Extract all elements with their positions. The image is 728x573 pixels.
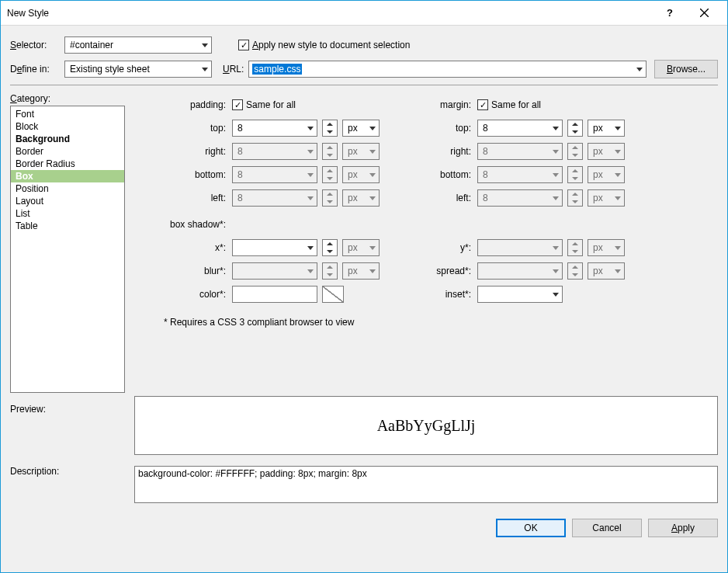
- apply-button[interactable]: Apply: [648, 519, 718, 537]
- cancel-button[interactable]: Cancel: [572, 519, 642, 537]
- shadow-spinner: [567, 239, 583, 256]
- spinner-up-icon: [568, 190, 582, 198]
- category-item[interactable]: Font: [11, 108, 124, 120]
- chevron-down-icon: [615, 127, 621, 130]
- chevron-down-icon: [369, 173, 376, 177]
- margin-group: margin: ✓ Same for all top:8pxright:8pxb…: [398, 93, 625, 306]
- spinner-up-icon: [568, 263, 582, 271]
- margin-spinner[interactable]: [567, 120, 583, 137]
- margin-label: bottom:: [398, 169, 473, 180]
- padding-value-combo: 8: [232, 143, 317, 160]
- spinner-down-icon: [323, 271, 337, 279]
- selector-label: Selector:: [10, 40, 60, 50]
- apply-to-selection-checkbox[interactable]: ✓ Apply new style to document selection: [238, 40, 410, 50]
- padding-unit-combo[interactable]: px: [342, 120, 380, 137]
- shadow-label: y*:: [398, 242, 473, 253]
- shadow-label: blur*:: [153, 266, 227, 276]
- description-text: background-color: #FFFFFF; padding: 8px;…: [138, 468, 367, 479]
- define-in-label: Define in:: [10, 64, 60, 75]
- margin-label: left:: [398, 193, 473, 203]
- spinner-up-icon: [323, 263, 337, 271]
- padding-unit-combo: px: [342, 189, 380, 207]
- padding-unit-combo: px: [342, 143, 380, 160]
- url-combo[interactable]: sample.css: [248, 61, 647, 78]
- chevron-down-icon: [553, 173, 559, 177]
- chevron-down-icon: [615, 150, 621, 154]
- separator: [10, 85, 718, 85]
- shadow-unit-combo: px: [588, 239, 625, 256]
- shadow-value-combo[interactable]: [232, 239, 317, 256]
- selector-combo[interactable]: #container: [64, 36, 212, 54]
- padding-value-combo: 8: [232, 189, 317, 207]
- define-in-combo[interactable]: Existing style sheet: [64, 61, 212, 78]
- category-list[interactable]: FontBlockBackgroundBorderBorder RadiusBo…: [10, 106, 125, 393]
- spinner-up-icon: [323, 190, 337, 198]
- chevron-down-icon: [369, 269, 376, 273]
- shadow-label: x*:: [153, 242, 227, 253]
- category-item[interactable]: Block: [11, 120, 124, 133]
- shadow-spinner: [567, 262, 583, 280]
- padding-label: left:: [153, 193, 227, 203]
- spinner-down-icon: [323, 151, 337, 159]
- spinner-up-icon: [323, 167, 337, 175]
- padding-unit-combo: px: [342, 166, 380, 183]
- chevron-down-icon: [369, 196, 376, 200]
- padding-spinner: [322, 143, 338, 160]
- padding-value-combo[interactable]: 8: [232, 120, 317, 137]
- category-item[interactable]: Position: [11, 182, 124, 195]
- inset-label: inset*:: [398, 289, 473, 300]
- shadow-inset-combo[interactable]: [477, 286, 563, 303]
- spinner-down-icon: [323, 175, 337, 182]
- spinner-up-icon: [568, 167, 582, 175]
- box-shadow-label: box shadow*:: [153, 219, 227, 230]
- chevron-down-icon: [636, 68, 643, 71]
- chevron-down-icon: [369, 150, 376, 154]
- help-button[interactable]: ?: [653, 2, 687, 25]
- titlebar: New Style ?: [1, 1, 727, 26]
- css3-footnote: * Requires a CSS 3 compliant browser to …: [164, 317, 718, 328]
- chevron-down-icon: [369, 246, 376, 250]
- margin-same-for-all-checkbox[interactable]: ✓ Same for all: [477, 99, 541, 110]
- close-icon: [700, 9, 709, 17]
- spinner-up-icon: [323, 120, 337, 128]
- padding-label: padding:: [153, 99, 227, 110]
- category-label: Category:: [10, 93, 125, 104]
- spinner-up-icon: [323, 144, 337, 151]
- padding-spinner[interactable]: [322, 120, 338, 137]
- spinner-up-icon: [568, 144, 582, 151]
- category-item[interactable]: Layout: [11, 195, 124, 207]
- category-item[interactable]: Background: [11, 133, 124, 145]
- category-item[interactable]: Border: [11, 145, 124, 158]
- ok-button[interactable]: OK: [496, 519, 566, 537]
- padding-same-for-all-checkbox[interactable]: ✓ Same for all: [232, 99, 296, 110]
- description-box: background-color: #FFFFFF; padding: 8px;…: [134, 466, 718, 503]
- chevron-down-icon: [307, 246, 314, 250]
- browse-button[interactable]: Browse...: [654, 60, 718, 78]
- preview-label: Preview:: [10, 404, 125, 415]
- close-button[interactable]: [687, 2, 721, 25]
- margin-label: margin:: [398, 99, 473, 110]
- new-style-dialog: New Style ? Selector: #container ✓ Apply…: [0, 0, 728, 573]
- margin-unit-combo: px: [588, 189, 625, 207]
- padding-group: padding: ✓ Same for all top:8pxright:8px…: [153, 93, 380, 306]
- margin-label: top:: [398, 123, 473, 134]
- category-item[interactable]: Border Radius: [11, 158, 124, 170]
- color-swatch-empty: [322, 286, 344, 303]
- chevron-down-icon: [307, 196, 314, 200]
- spinner-up-icon: [568, 240, 582, 248]
- shadow-spinner[interactable]: [322, 239, 338, 256]
- category-item[interactable]: List: [11, 207, 124, 220]
- spinner-up-icon: [568, 120, 582, 128]
- shadow-color-combo[interactable]: [232, 286, 317, 303]
- category-item[interactable]: Box: [11, 170, 124, 182]
- margin-spinner: [567, 189, 583, 207]
- spinner-down-icon: [323, 128, 337, 136]
- category-item[interactable]: Table: [11, 220, 124, 232]
- chevron-down-icon: [202, 68, 208, 71]
- margin-unit-combo[interactable]: px: [588, 120, 625, 137]
- padding-spinner: [322, 166, 338, 183]
- description-label: Description:: [10, 466, 125, 477]
- margin-value-combo[interactable]: 8: [477, 120, 563, 137]
- chevron-down-icon: [553, 293, 559, 297]
- margin-value-combo: 8: [477, 189, 563, 207]
